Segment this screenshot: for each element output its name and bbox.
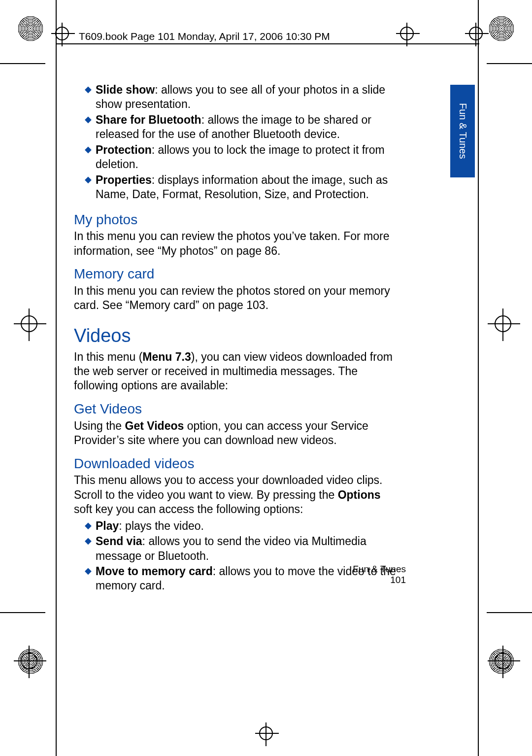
list-item: Properties: displays information about t… [85,173,399,202]
section-tab: Fun & Tunes [450,85,475,177]
crop-swirl-icon [18,649,43,674]
image-options-list: Slide show: allows you to see all of you… [85,83,399,202]
crop-target-icon [495,653,511,669]
crop-swirl-icon [489,649,514,674]
list-item: Play: plays the video. [85,519,399,533]
crop-target-icon [495,315,511,332]
option-term: Play [96,519,119,532]
option-term: Move to memory card [96,565,213,578]
crop-target-icon [21,653,37,669]
crop-rule [487,63,532,64]
crop-rule [478,0,479,756]
subheading-downloaded-videos: Downloaded videos [74,455,399,473]
heading-videos: Videos [74,324,399,348]
option-text: : plays the video. [119,519,204,532]
video-options-list: Play: plays the video. Send via: allows … [85,519,399,593]
body-text: In this menu you can review the photos y… [74,229,399,258]
crop-rule [0,63,45,64]
body-text: In this menu you can review the photos s… [74,284,399,313]
crop-rule [56,0,57,756]
list-item: Slide show: allows you to see all of you… [85,83,399,112]
subheading-get-videos: Get Videos [74,400,399,418]
list-item: Protection: allows you to lock the image… [85,143,399,172]
subheading-memory-card: Memory card [74,265,399,283]
body-text: In this menu (Menu 7.3), you can view vi… [74,350,399,393]
option-term: Properties [96,173,152,186]
crop-target-icon [469,27,483,40]
crop-target-icon [259,726,273,740]
crop-target-icon [21,315,37,332]
list-item: Send via: allows you to send the video v… [85,534,399,563]
option-term: Send via [96,535,142,548]
crop-target-icon [400,27,414,40]
crop-swirl-icon [489,16,514,41]
body-text: This menu allows you to access your down… [74,473,399,516]
subheading-my-photos: My photos [74,211,399,229]
page-number: 101 [353,575,406,585]
page-content: Slide show: allows you to see all of you… [74,83,399,602]
option-term: Slide show [96,83,155,96]
crop-rule [56,43,479,44]
option-term: Share for Bluetooth [96,113,201,126]
page-footer: Fun & Tunes 101 [353,564,406,585]
body-text: Using the Get Videos option, you can acc… [74,419,399,448]
crop-swirl-icon [18,16,43,41]
footer-section: Fun & Tunes [353,564,406,574]
list-item: Share for Bluetooth: allows the image to… [85,113,399,142]
option-term: Protection [96,143,152,156]
crop-rule [487,612,532,613]
list-item: Move to memory card: allows you to move … [85,564,399,593]
crop-rule [0,612,45,613]
print-header: T609.book Page 101 Monday, April 17, 200… [79,31,330,42]
crop-target-icon [55,27,69,40]
